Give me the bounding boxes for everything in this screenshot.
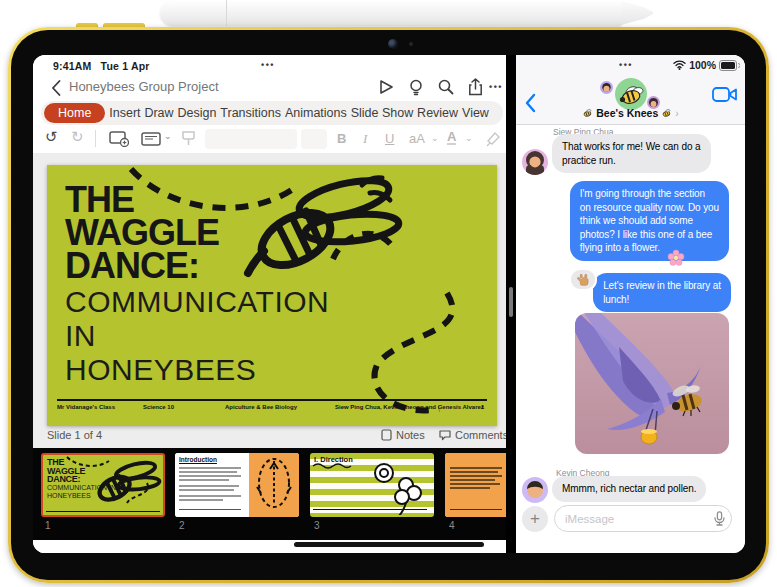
thumbnail-slide-3[interactable]: I. Direction (310, 453, 434, 517)
thumb2-waggle-diagram (249, 453, 299, 517)
italic-button[interactable]: I (363, 131, 367, 147)
document-title: Honeybees Group Project (69, 79, 219, 94)
plus-icon: + (530, 509, 540, 529)
tapback-reaction-bubble[interactable] (569, 268, 597, 291)
clock: 9:41AM (53, 60, 92, 72)
apple-pencil (160, 0, 622, 26)
thumb3-flower-doodles (362, 459, 432, 515)
comments-button[interactable]: Comments (439, 429, 508, 441)
split-view-drag-handle[interactable] (509, 287, 513, 317)
slide-footer-topic: Apiculture & Bee Biology (225, 404, 297, 410)
more-options-icon[interactable]: ••• (489, 82, 503, 92)
layout-icon[interactable] (141, 132, 161, 149)
thumb3-underline-scribble (312, 463, 352, 469)
front-camera (388, 39, 398, 49)
avatar-siew-ping-chua[interactable] (522, 149, 548, 175)
home-indicator[interactable] (294, 542, 484, 547)
tab-insert[interactable]: Insert (109, 106, 140, 120)
tab-transitions[interactable]: Transitions (220, 106, 281, 120)
group-name: Bee's Knees (596, 107, 658, 119)
cherry-blossom-emoji-icon (667, 249, 685, 267)
multitasking-menu-dots[interactable]: ••• (619, 60, 633, 70)
undo-icon[interactable]: ↺ (45, 128, 58, 146)
font-color-button[interactable]: A (447, 131, 456, 145)
layout-chevron-icon[interactable]: ⌄ (164, 131, 172, 141)
group-name-row[interactable]: Bee's Knees › (516, 107, 745, 119)
notes-button[interactable]: Notes (381, 429, 425, 441)
font-size-field[interactable] (301, 129, 327, 149)
sent-message[interactable]: Let's review in the library at lunch! (593, 273, 731, 312)
facetime-video-button[interactable] (712, 86, 738, 107)
text-case-button[interactable]: aA (409, 131, 425, 146)
font-name-field[interactable] (205, 129, 297, 149)
comments-icon (439, 429, 451, 441)
play-slideshow-icon[interactable] (375, 77, 397, 97)
camera-sensor-dot (409, 42, 413, 46)
bee-emoji-icon (582, 109, 593, 118)
dictation-mic-icon[interactable] (714, 511, 725, 530)
ipad-screen: 9:41AMTue 1 Apr ••• Honeybees Group Proj… (33, 55, 745, 553)
bold-button[interactable]: B (337, 131, 346, 146)
slide-title: THE WAGGLE DANCE: (65, 183, 219, 282)
message-compose-bar: + (516, 503, 745, 539)
tab-slideshow[interactable]: Slide Show (351, 106, 414, 120)
tab-draw[interactable]: Draw (144, 106, 173, 120)
slide-footer-subject: Science 10 (143, 404, 174, 410)
thumb1-footer-rule (46, 511, 160, 512)
format-painter-icon[interactable] (181, 131, 196, 150)
imessage-input[interactable] (554, 505, 732, 532)
toolbar-divider (95, 130, 96, 147)
bee-emoji-icon (661, 109, 672, 118)
received-message[interactable]: Mmmm, rich nectar and pollen. (552, 476, 706, 502)
status-time-date: 9:41AMTue 1 Apr (53, 60, 159, 72)
slide-footer-authors: Siew Ping Chua, Kevin Cheong and Genesis… (335, 404, 484, 410)
add-attachment-button[interactable]: + (522, 506, 548, 532)
member-avatar-small-1[interactable] (600, 81, 613, 94)
bee-flower-photo-message[interactable] (575, 313, 729, 454)
thumbnail-2-number: 2 (179, 520, 185, 531)
thumb3-footer-rule (313, 509, 427, 510)
thumb2-title: Introduction (179, 456, 217, 463)
redo-icon[interactable]: ↻ (71, 128, 84, 146)
multitasking-menu-dots[interactable]: ••• (261, 60, 275, 70)
case-chevron-icon[interactable]: ⌄ (431, 133, 439, 143)
search-icon[interactable] (435, 77, 457, 97)
sent-message[interactable]: I'm going through the section on resourc… (570, 181, 729, 261)
ribbon-tab-bar: Home Insert Draw Design Transitions Anim… (41, 101, 503, 125)
new-slide-icon[interactable] (109, 131, 129, 150)
formatting-toolbar: ↺ ↻ ⌄ B I U aA ⌄ A (33, 125, 506, 153)
back-chevron-icon[interactable] (45, 78, 67, 98)
thumb1-trails (43, 455, 163, 515)
date: Tue 1 Apr (101, 60, 150, 72)
status-right-cluster: 100% (673, 59, 740, 71)
apple-pencil-tip (621, 1, 653, 25)
slide-footer-rule (57, 399, 487, 401)
share-icon[interactable] (464, 77, 486, 97)
slide-counter: Slide 1 of 4 (47, 429, 102, 441)
notes-icon (381, 429, 392, 441)
thumbnail-slide-1[interactable]: THEWAGGLEDANCE: COMMUNICATION IN HONEYBE… (41, 453, 165, 517)
tab-animations[interactable]: Animations (285, 106, 347, 120)
battery-icon (719, 60, 740, 71)
thumbnail-1-number: 1 (45, 520, 51, 531)
tab-review[interactable]: Review (417, 106, 458, 120)
ideas-lightbulb-icon[interactable] (405, 77, 427, 97)
slide-subtitle: COMMUNICATION IN HONEYBEES (65, 285, 329, 387)
avatar-kevin-cheong[interactable] (522, 477, 548, 503)
highlighter-icon[interactable] (485, 131, 501, 150)
group-avatar-bee[interactable] (615, 78, 647, 110)
thumbnail-slide-2[interactable]: Introduction (175, 453, 299, 517)
tab-home[interactable]: Home (44, 103, 105, 123)
received-message[interactable]: That works for me! We can do a practice … (552, 134, 711, 173)
tab-design[interactable]: Design (178, 106, 217, 120)
tab-view[interactable]: View (462, 106, 489, 120)
screenshot-stage: 9:41AMTue 1 Apr ••• Honeybees Group Proj… (0, 0, 777, 587)
slide-footer-page-number: 1 (481, 404, 484, 410)
color-chevron-icon[interactable]: ⌄ (465, 133, 473, 143)
bee-avatar-drawing (615, 78, 647, 110)
thumbnail-3-number: 3 (314, 520, 320, 531)
slide-status-bar: Slide 1 of 4 Notes Comments (33, 426, 506, 448)
underline-button[interactable]: U (385, 131, 394, 146)
thumbnail-4-number: 4 (449, 520, 455, 531)
slide-1-main[interactable]: THE WAGGLE DANCE: COMMUNICATION IN HONEY… (47, 165, 497, 426)
